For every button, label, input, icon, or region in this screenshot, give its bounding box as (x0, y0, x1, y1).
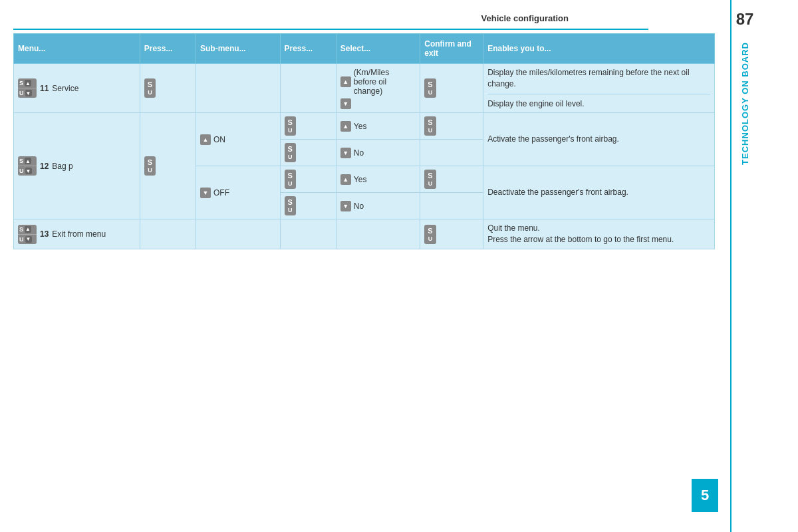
press1-button-11: S U (144, 78, 156, 98)
enables-on-text: Activate the passenger's front airbag. (487, 134, 710, 145)
configuration-table: Menu... Press... Sub-menu... Press... Se… (13, 33, 715, 249)
menu-item-13-num: 13 (40, 229, 49, 239)
page-header: Vehicle configuration (13, 7, 648, 30)
enables-cell-13: Quit the menu.Press the arrow at the bot… (483, 219, 715, 249)
confirm-on-yes-cell: S U (420, 113, 483, 140)
menu-cell-13: S ▲ U ▼ 13 Exit from menu (14, 219, 140, 249)
menu-item-12-text: Bag p (52, 162, 72, 171)
enables-off-text: Deactivate the passenger's front airbag. (487, 187, 710, 198)
confirm-on-no-cell (420, 140, 483, 166)
select-off-yes-arrow: ▲ (340, 174, 351, 185)
menu-cell-12: S ▲ U ▼ 12 Bag p (14, 113, 140, 219)
press2-on-yes-cell: S U (280, 113, 336, 140)
page-sidebar: 87 TECHNOLOGY on BOARD 5 (732, 0, 758, 532)
table-row-12: S ▲ U ▼ 12 Bag p S (14, 113, 715, 140)
enables-cell-11: Display the miles/kilometres remaining b… (483, 64, 715, 113)
enables-off-cell: Deactivate the passenger's front airbag. (483, 166, 715, 219)
press1-cell-12: S U (140, 113, 196, 219)
select-off-yes-text: Yes (354, 175, 367, 184)
enables-11-1: Display the miles/kilometres remaining b… (487, 67, 710, 94)
press2-off-no-button: S U (285, 196, 296, 215)
menu-cell-11: S ▲ U ▼ 11 Service (14, 64, 140, 113)
submenu-on-cell: ▲ ON (196, 113, 280, 166)
submenu-on-arrow: ▲ (200, 134, 211, 145)
col-menu: Menu... (14, 34, 140, 64)
submenu-off-text: OFF (213, 188, 229, 198)
press2-cell-11 (280, 64, 336, 113)
col-enables: Enables you to... (483, 34, 715, 64)
press1-button-12: S U (144, 156, 156, 176)
sidebar-technology-label: TECHNOLOGY on BOARD (740, 42, 750, 165)
select-off-yes-cell: ▲ Yes (336, 166, 420, 193)
confirm-on-yes-button: S U (424, 116, 436, 136)
col-confirm: Confirm and exit (420, 34, 483, 64)
confirm-button-11: S U (424, 78, 436, 98)
press2-on-no-button: S U (285, 143, 296, 162)
col-press1: Press... (140, 34, 196, 64)
table-row-13: S ▲ U ▼ 13 Exit from menu (14, 219, 715, 249)
select-on-yes-cell: ▲ Yes (336, 113, 420, 140)
menu-item-11-num: 11 (40, 84, 49, 93)
select-on-yes-arrow: ▲ (340, 121, 351, 132)
press2-off-no-cell: S U (280, 193, 336, 219)
col-press2: Press... (280, 34, 336, 64)
press2-cell-13 (280, 219, 336, 249)
select-arrow-down-11: ▼ (340, 98, 351, 109)
submenu-off-arrow: ▼ (200, 188, 211, 198)
confirm-button-13: S U (424, 225, 436, 244)
press1-cell-11: S U (140, 64, 196, 113)
menu-item-13-text: Exit from menu (52, 229, 106, 239)
main-content: Vehicle configuration Menu... Press... S… (0, 0, 728, 263)
submenu-off-cell: ▼ OFF (196, 166, 280, 219)
select-on-no-arrow: ▼ (340, 148, 351, 158)
press2-on-yes-button: S U (285, 116, 296, 136)
submenu-cell-13 (196, 219, 280, 249)
enables-on-cell: Activate the passenger's front airbag. (483, 113, 715, 166)
col-submenu: Sub-menu... (196, 34, 280, 64)
press1-cell-13 (140, 219, 196, 249)
select-cell-13 (336, 219, 420, 249)
press2-off-yes-cell: S U (280, 166, 336, 193)
col-select: Select... (336, 34, 420, 64)
select-on-yes-text: Yes (354, 122, 367, 131)
table-row: S ▲ U ▼ 11 Service (14, 64, 715, 113)
confirm-cell-11: S U (420, 64, 483, 113)
select-off-no-arrow: ▼ (340, 201, 351, 211)
menu-button-13: S ▲ U ▼ (18, 225, 37, 244)
select-on-no-cell: ▼ No (336, 140, 420, 166)
menu-item-11-text: Service (52, 84, 78, 93)
select-off-no-cell: ▼ No (336, 193, 420, 219)
select-text-11: (Km/Milesbefore oilchange) (354, 68, 389, 96)
confirm-cell-13: S U (420, 219, 483, 249)
enables-13-text: Quit the menu.Press the arrow at the bot… (487, 223, 710, 245)
confirm-off-yes-cell: S U (420, 166, 483, 193)
select-arrow-up-11: ▲ (340, 76, 351, 87)
enables-11-2: Display the engine oil level. (487, 94, 710, 110)
press2-off-yes-button: S U (285, 170, 296, 189)
press2-on-no-cell: S U (280, 140, 336, 166)
submenu-on-text: ON (213, 135, 225, 144)
page-number: 87 (736, 10, 754, 29)
chapter-number: 5 (692, 479, 718, 512)
confirm-off-yes-button: S U (424, 170, 436, 189)
select-cell-11: ▲ (Km/Milesbefore oilchange) ▼ (336, 64, 420, 113)
menu-button-11: S ▲ U ▼ (18, 78, 37, 98)
select-off-no-text: No (354, 201, 364, 211)
submenu-cell-11 (196, 64, 280, 113)
confirm-off-no-cell (420, 193, 483, 219)
menu-button-12: S ▲ U ▼ (18, 156, 37, 176)
select-on-no-text: No (354, 148, 364, 158)
menu-item-12-num: 12 (40, 162, 49, 171)
